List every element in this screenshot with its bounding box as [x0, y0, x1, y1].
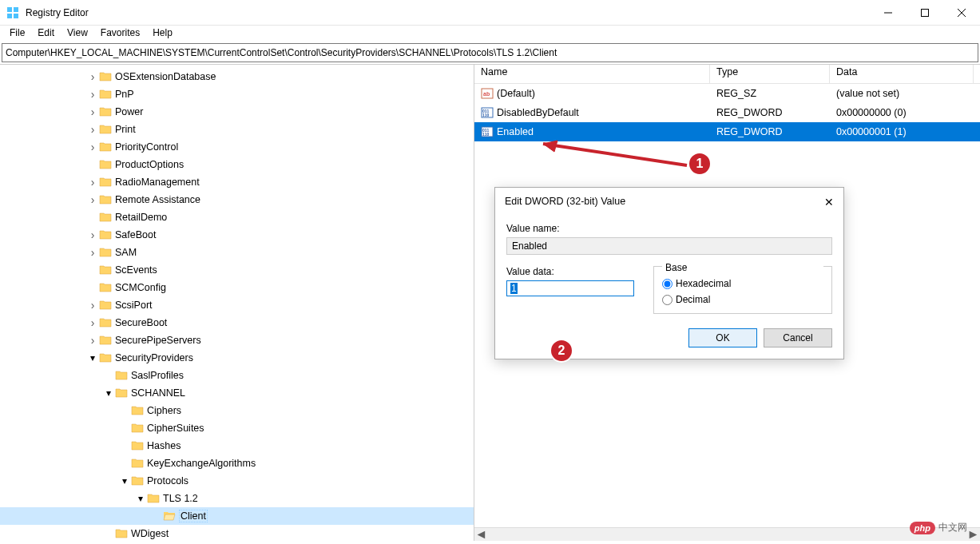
folder-icon [99, 316, 112, 329]
horizontal-scrollbar[interactable]: ◄ ► [474, 527, 980, 541]
tree-item[interactable]: ProductOptions [0, 156, 474, 173]
scroll-left-icon[interactable]: ◄ [474, 528, 488, 542]
chevron-icon[interactable]: › [86, 246, 99, 259]
tree-item[interactable]: ▾SecurityProviders [0, 349, 474, 367]
radio-hexadecimal[interactable]: Hexadecimal [662, 278, 823, 289]
folder-icon [115, 527, 128, 540]
window-controls [870, 0, 980, 26]
folder-icon [115, 387, 128, 399]
chevron-icon[interactable]: ▾ [86, 352, 99, 363]
radio-hex-input[interactable] [662, 279, 673, 289]
chevron-icon[interactable]: ▾ [102, 387, 115, 399]
radio-dec-input[interactable] [662, 295, 673, 305]
tree-item[interactable]: ›Power [0, 103, 474, 121]
app-icon [6, 6, 19, 19]
tree-item[interactable]: ScEvents [0, 261, 474, 279]
menu-file[interactable]: File [3, 26, 31, 42]
tree-item[interactable]: Client [0, 507, 474, 525]
folder-icon [99, 70, 112, 83]
header-name[interactable]: Name [474, 65, 710, 83]
chevron-icon[interactable]: ▾ [134, 493, 147, 504]
watermark: php 中文网 [910, 521, 967, 534]
tree-item[interactable]: ›PnP [0, 85, 474, 103]
ok-button[interactable]: OK [688, 328, 757, 347]
folder-icon [99, 264, 112, 276]
chevron-icon[interactable]: › [86, 228, 99, 241]
svg-rect-0 [7, 7, 12, 12]
tree-label: PnP [115, 89, 134, 100]
dialog-title: Edit DWORD (32-bit) Value [505, 196, 625, 208]
tree-label: SaslProfiles [131, 370, 184, 381]
chevron-icon[interactable]: › [86, 70, 99, 83]
tree-item[interactable]: Ciphers [0, 402, 474, 419]
tree-label: Client [179, 510, 208, 522]
folder-icon [99, 351, 112, 364]
menu-view[interactable]: View [61, 26, 94, 42]
list-row[interactable]: ab(Default)REG_SZ(value not set) [474, 84, 980, 103]
tree-item[interactable]: WDigest [0, 525, 474, 541]
chevron-icon[interactable]: › [86, 334, 99, 347]
cell-name: Enabled [497, 126, 534, 137]
cancel-button[interactable]: Cancel [764, 328, 832, 347]
menu-edit[interactable]: Edit [31, 26, 61, 42]
menu-favorites[interactable]: Favorites [94, 26, 146, 42]
tree-item[interactable]: ›ScsiPort [0, 296, 474, 314]
chevron-icon[interactable]: › [86, 299, 99, 312]
tree-panel[interactable]: ›OSExtensionDatabase›PnP›Power›Print›Pri… [0, 65, 474, 541]
tree-label: RetailDemo [115, 212, 167, 223]
tree-item[interactable]: ▾TLS 1.2 [0, 490, 474, 507]
cell-data: 0x00000001 (1) [830, 126, 974, 137]
chevron-icon[interactable]: › [86, 105, 99, 118]
chevron-icon[interactable]: › [86, 193, 99, 206]
scroll-right-icon[interactable]: ► [966, 528, 980, 542]
tree-item[interactable]: ›SecureBoot [0, 314, 474, 332]
tree-label: SecurityProviders [115, 352, 193, 363]
radio-decimal[interactable]: Decimal [662, 294, 823, 305]
tree-item[interactable]: Hashes [0, 437, 474, 455]
tree-item[interactable]: SCMConfig [0, 279, 474, 296]
cell-name: (Default) [497, 88, 535, 99]
tree-item[interactable]: ›PriorityControl [0, 138, 474, 156]
tree-item[interactable]: ▾Protocols [0, 472, 474, 490]
minimize-button[interactable] [870, 0, 907, 26]
dialog-close-button[interactable]: ✕ [824, 196, 834, 208]
folder-icon [131, 404, 144, 417]
header-type[interactable]: Type [710, 65, 830, 83]
close-button[interactable] [943, 0, 980, 26]
tree-item[interactable]: KeyExchangeAlgorithms [0, 455, 474, 472]
tree-item[interactable]: ›SecurePipeServers [0, 332, 474, 349]
list-row[interactable]: 011110DisabledByDefaultREG_DWORD0x000000… [474, 103, 980, 122]
chevron-icon[interactable]: › [86, 88, 99, 101]
maximize-button[interactable] [907, 0, 943, 26]
cell-data: (value not set) [830, 88, 974, 99]
tree-item[interactable]: ›Print [0, 121, 474, 138]
svg-rect-1 [14, 7, 18, 12]
chevron-icon[interactable]: › [86, 316, 99, 329]
tree-item[interactable]: ›Remote Assistance [0, 191, 474, 208]
tree-label: KeyExchangeAlgorithms [147, 458, 256, 469]
tree-item[interactable]: ›RadioManagement [0, 173, 474, 191]
scroll-track[interactable] [488, 528, 966, 542]
tree-label: ScsiPort [115, 300, 153, 311]
tree-item[interactable]: CipherSuites [0, 419, 474, 437]
chevron-icon[interactable]: ▾ [118, 475, 131, 486]
folder-icon [99, 105, 112, 118]
header-data[interactable]: Data [830, 65, 974, 83]
chevron-icon[interactable]: › [86, 141, 99, 153]
tree-item[interactable]: ▾SCHANNEL [0, 384, 474, 402]
chevron-icon[interactable]: › [86, 123, 99, 136]
tree-item[interactable]: SaslProfiles [0, 367, 474, 384]
value-name-field: Enabled [506, 237, 832, 255]
address-bar[interactable]: Computer\HKEY_LOCAL_MACHINE\SYSTEM\Curre… [2, 43, 978, 62]
value-name-label: Value name: [506, 223, 832, 234]
tree-item[interactable]: ›OSExtensionDatabase [0, 68, 474, 85]
tree-item[interactable]: ›SAM [0, 244, 474, 261]
value-data-input[interactable]: 1 [506, 280, 634, 296]
svg-rect-5 [922, 9, 929, 16]
chevron-icon[interactable]: › [86, 176, 99, 189]
tree-label: ProductOptions [115, 159, 184, 170]
tree-item[interactable]: ›SafeBoot [0, 226, 474, 244]
menu-help[interactable]: Help [146, 26, 179, 42]
list-row[interactable]: 011110EnabledREG_DWORD0x00000001 (1) [474, 122, 980, 141]
tree-item[interactable]: RetailDemo [0, 208, 474, 226]
